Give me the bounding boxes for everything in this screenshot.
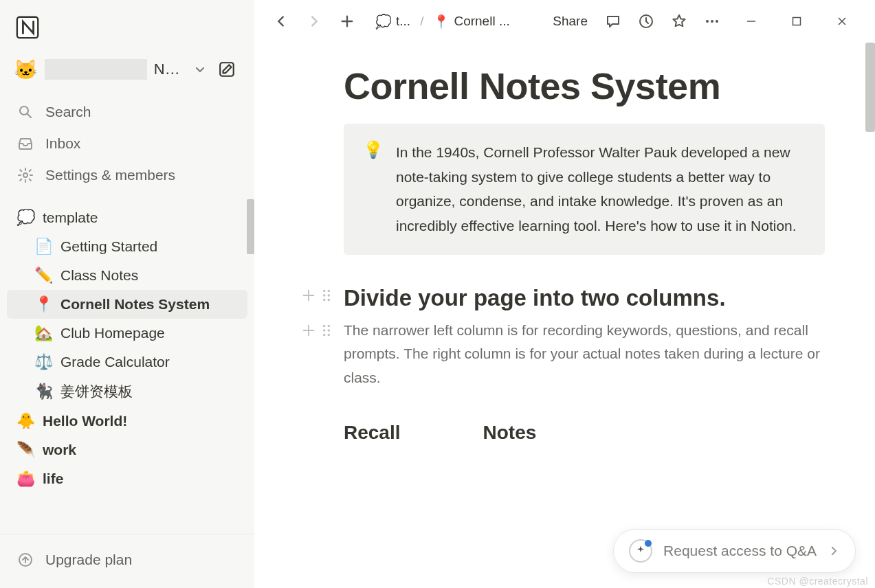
upgrade-label: Upgrade plan bbox=[45, 552, 132, 568]
svg-point-17 bbox=[328, 324, 331, 327]
breadcrumb-label: t... bbox=[396, 14, 410, 29]
sidebar-settings[interactable]: Settings & members bbox=[7, 159, 247, 191]
gear-icon bbox=[16, 166, 34, 184]
page-label: Cornell Notes System bbox=[60, 296, 210, 313]
breadcrumb-current[interactable]: 📍 Cornell ... bbox=[429, 11, 513, 32]
sidebar-search[interactable]: Search bbox=[7, 96, 247, 128]
workspace-name: No... bbox=[154, 60, 184, 78]
svg-point-6 bbox=[706, 20, 709, 23]
drag-handle-icon[interactable] bbox=[320, 323, 333, 338]
sidebar-page-grade-calculator[interactable]: ⚖️ Grade Calculator bbox=[7, 348, 247, 376]
new-page-button[interactable] bbox=[214, 55, 241, 84]
svg-point-20 bbox=[323, 334, 326, 337]
sidebar-page-life[interactable]: 👛 life bbox=[7, 464, 247, 493]
nav-forward-button[interactable] bbox=[300, 7, 329, 36]
page-emoji-icon: 📍 bbox=[34, 295, 52, 313]
page-label: Grade Calculator bbox=[60, 354, 170, 370]
page-emoji-icon: 🪶 bbox=[16, 441, 34, 459]
sidebar-scrollbar[interactable] bbox=[247, 199, 254, 254]
breadcrumb-label: Cornell ... bbox=[454, 14, 509, 29]
svg-point-14 bbox=[323, 299, 326, 302]
breadcrumb-parent[interactable]: 💭 t... bbox=[371, 11, 414, 32]
sidebar-inbox-label: Inbox bbox=[45, 135, 80, 152]
svg-point-7 bbox=[711, 20, 713, 23]
breadcrumb-separator: / bbox=[420, 14, 423, 29]
page-label: work bbox=[43, 442, 76, 458]
breadcrumb-emoji-icon: 📍 bbox=[433, 14, 450, 30]
sidebar-search-label: Search bbox=[45, 104, 91, 120]
comments-button[interactable] bbox=[599, 7, 628, 36]
share-button[interactable]: Share bbox=[546, 10, 595, 33]
page-label: 姜饼资模板 bbox=[60, 382, 133, 401]
window-close-button[interactable] bbox=[821, 7, 863, 36]
window-maximize-button[interactable] bbox=[776, 7, 817, 36]
callout-emoji-icon: 💡 bbox=[363, 140, 384, 238]
column-heading-notes[interactable]: Notes bbox=[483, 422, 537, 444]
qa-label: Request access to Q&A bbox=[663, 543, 817, 559]
page-emoji-icon: ✏️ bbox=[34, 267, 52, 284]
drag-handle-icon[interactable] bbox=[320, 288, 333, 303]
sidebar-page-cookie-template[interactable]: 🐈‍⬛ 姜饼资模板 bbox=[7, 376, 247, 407]
sidebar-settings-label: Settings & members bbox=[45, 167, 175, 183]
main-scrollbar[interactable] bbox=[865, 43, 875, 132]
page-label: template bbox=[43, 210, 98, 226]
watermark: CSDN @createcrystal bbox=[767, 576, 868, 587]
page-emoji-icon: 🏡 bbox=[34, 324, 52, 342]
favorite-button[interactable] bbox=[665, 7, 694, 36]
updates-button[interactable] bbox=[632, 7, 661, 36]
svg-point-11 bbox=[328, 289, 331, 292]
svg-rect-1 bbox=[221, 63, 234, 76]
sidebar-upgrade-plan[interactable]: Upgrade plan bbox=[7, 544, 247, 576]
svg-point-15 bbox=[328, 299, 331, 302]
notion-logo-icon[interactable] bbox=[14, 12, 43, 41]
sidebar-page-cornell-notes[interactable]: 📍 Cornell Notes System bbox=[7, 290, 247, 319]
page-emoji-icon: ⚖️ bbox=[34, 353, 52, 371]
chevron-down-icon bbox=[193, 63, 207, 76]
sidebar-page-template[interactable]: 💭 template bbox=[7, 203, 247, 232]
svg-point-19 bbox=[328, 329, 331, 332]
svg-point-21 bbox=[328, 334, 331, 337]
page-label: Club Homepage bbox=[60, 325, 165, 341]
workspace-switcher[interactable]: 🐱 No... bbox=[0, 47, 254, 92]
page-emoji-icon: 📄 bbox=[34, 238, 52, 256]
column-heading-recall[interactable]: Recall bbox=[344, 422, 401, 444]
sidebar-page-club-homepage[interactable]: 🏡 Club Homepage bbox=[7, 319, 247, 348]
add-block-icon[interactable] bbox=[301, 288, 316, 303]
breadcrumb: 💭 t... / 📍 Cornell ... bbox=[371, 11, 514, 32]
breadcrumb-emoji-icon: 💭 bbox=[375, 14, 392, 30]
sparkle-icon bbox=[629, 539, 652, 563]
svg-point-18 bbox=[323, 329, 326, 332]
new-tab-button[interactable] bbox=[333, 7, 362, 36]
nav-back-button[interactable] bbox=[267, 7, 296, 36]
page-content: Cornell Notes System 💡 In the 1940s, Cor… bbox=[254, 43, 875, 588]
more-button[interactable] bbox=[698, 7, 727, 36]
page-emoji-icon: 💭 bbox=[16, 209, 34, 227]
sidebar-page-hello-world[interactable]: 🐥 Hello World! bbox=[7, 407, 247, 436]
sidebar-page-getting-started[interactable]: 📄 Getting Started bbox=[7, 232, 247, 261]
sidebar-page-class-notes[interactable]: ✏️ Class Notes bbox=[7, 261, 247, 290]
heading-block[interactable]: Divide your page into two columns. bbox=[344, 284, 825, 313]
add-block-icon[interactable] bbox=[301, 323, 316, 338]
svg-point-2 bbox=[20, 106, 28, 115]
workspace-name-redacted bbox=[45, 59, 147, 80]
upgrade-icon bbox=[16, 551, 34, 569]
window-minimize-button[interactable] bbox=[731, 7, 772, 36]
topbar: 💭 t... / 📍 Cornell ... Share bbox=[254, 0, 875, 43]
sidebar-inbox[interactable]: Inbox bbox=[7, 128, 247, 159]
page-label: life bbox=[43, 471, 63, 487]
main-area: 💭 t... / 📍 Cornell ... Share bbox=[254, 0, 875, 588]
sidebar-page-work[interactable]: 🪶 work bbox=[7, 436, 247, 464]
svg-point-16 bbox=[323, 324, 326, 327]
sidebar: 🐱 No... Search Inbox bbox=[0, 0, 254, 588]
page-emoji-icon: 🐥 bbox=[16, 412, 34, 430]
callout-block[interactable]: 💡 In the 1940s, Cornell Professor Walter… bbox=[344, 124, 825, 255]
text-block[interactable]: The narrower left column is for recordin… bbox=[344, 319, 825, 390]
search-icon bbox=[16, 103, 34, 121]
svg-point-12 bbox=[323, 294, 326, 297]
svg-rect-9 bbox=[793, 18, 801, 25]
qa-request-button[interactable]: Request access to Q&A bbox=[613, 529, 856, 573]
page-label: Hello World! bbox=[43, 413, 127, 429]
page-title[interactable]: Cornell Notes System bbox=[344, 65, 825, 107]
page-emoji-icon: 🐈‍⬛ bbox=[34, 383, 52, 400]
page-label: Getting Started bbox=[60, 238, 157, 255]
